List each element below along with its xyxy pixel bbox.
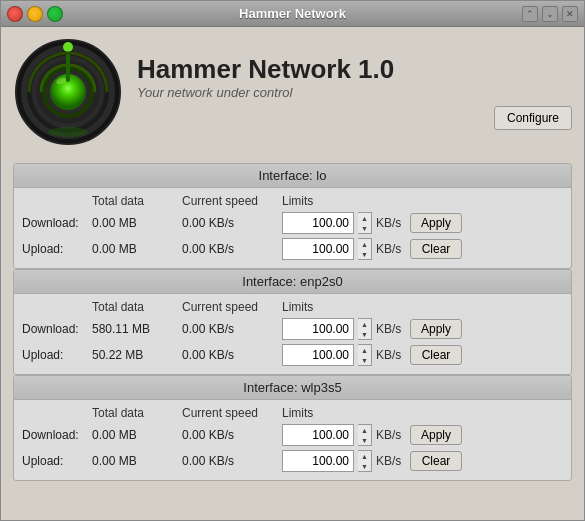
row-controls-0-1: ▲▼KB/sClear <box>282 238 563 260</box>
row-controls-0-0: ▲▼KB/sApply <box>282 212 563 234</box>
interface-table-0: Total dataCurrent speedLimitsDownload:0.… <box>14 188 571 268</box>
app-logo <box>13 37 123 147</box>
header-text-block: Hammer Network 1.0 Your network under co… <box>137 54 572 130</box>
spin-arrows-0-0: ▲▼ <box>358 212 372 234</box>
row-speed-1-0: 0.00 KB/s <box>182 322 282 336</box>
collapse-icon[interactable]: ⌃ <box>522 6 538 22</box>
col-header-1-0: Total data <box>92 300 182 314</box>
apply-button-2-0[interactable]: Apply <box>410 425 462 445</box>
row-speed-2-0: 0.00 KB/s <box>182 428 282 442</box>
titlebar-right-buttons: ⌃ ⌄ ✕ <box>522 6 578 22</box>
row-total-0-1: 0.00 MB <box>92 242 182 256</box>
row-speed-1-1: 0.00 KB/s <box>182 348 282 362</box>
interface-table-2: Total dataCurrent speedLimitsDownload:0.… <box>14 400 571 480</box>
limit-input-1-1[interactable] <box>282 344 354 366</box>
row-total-1-0: 580.11 MB <box>92 322 182 336</box>
col-header-0-2: Limits <box>282 194 563 208</box>
unit-label-1-0: KB/s <box>376 322 406 336</box>
expand-icon[interactable]: ⌄ <box>542 6 558 22</box>
spin-arrows-1-1: ▲▼ <box>358 344 372 366</box>
col-headers-1: Total dataCurrent speedLimits <box>22 298 563 316</box>
titlebar-left-buttons <box>7 6 63 22</box>
spin-down-2-0[interactable]: ▼ <box>358 435 371 445</box>
col-empty-0 <box>22 194 92 208</box>
minimize-button[interactable] <box>27 6 43 22</box>
unit-label-0-0: KB/s <box>376 216 406 230</box>
close2-icon[interactable]: ✕ <box>562 6 578 22</box>
interface-header-0: Interface: lo <box>14 164 571 188</box>
spin-down-1-0[interactable]: ▼ <box>358 329 371 339</box>
window-title: Hammer Network <box>63 6 522 21</box>
spin-down-1-1[interactable]: ▼ <box>358 355 371 365</box>
row-controls-1-0: ▲▼KB/sApply <box>282 318 563 340</box>
spin-up-1-0[interactable]: ▲ <box>358 319 371 329</box>
spin-arrows-2-0: ▲▼ <box>358 424 372 446</box>
col-empty-2 <box>22 406 92 420</box>
spin-up-2-1[interactable]: ▲ <box>358 451 371 461</box>
spin-down-0-1[interactable]: ▼ <box>358 249 371 259</box>
col-empty-1 <box>22 300 92 314</box>
row-label-1-0: Download: <box>22 322 92 336</box>
clear-button-1-1[interactable]: Clear <box>410 345 462 365</box>
row-controls-2-1: ▲▼KB/sClear <box>282 450 563 472</box>
app-tagline: Your network under control <box>137 85 572 100</box>
interface-header-1: Interface: enp2s0 <box>14 270 571 294</box>
col-header-1-2: Limits <box>282 300 563 314</box>
spin-down-2-1[interactable]: ▼ <box>358 461 371 471</box>
data-row-1-0: Download:580.11 MB0.00 KB/s▲▼KB/sApply <box>22 316 563 342</box>
clear-button-0-1[interactable]: Clear <box>410 239 462 259</box>
spin-down-0-0[interactable]: ▼ <box>358 223 371 233</box>
limit-input-1-0[interactable] <box>282 318 354 340</box>
row-label-2-1: Upload: <box>22 454 92 468</box>
limit-input-2-0[interactable] <box>282 424 354 446</box>
main-content: Hammer Network 1.0 Your network under co… <box>1 27 584 493</box>
row-label-1-1: Upload: <box>22 348 92 362</box>
row-label-0-1: Upload: <box>22 242 92 256</box>
col-header-0-0: Total data <box>92 194 182 208</box>
data-row-2-1: Upload:0.00 MB0.00 KB/s▲▼KB/sClear <box>22 448 563 474</box>
interface-section-2: Interface: wlp3s5Total dataCurrent speed… <box>13 375 572 481</box>
unit-label-2-0: KB/s <box>376 428 406 442</box>
unit-label-2-1: KB/s <box>376 454 406 468</box>
interface-section-1: Interface: enp2s0Total dataCurrent speed… <box>13 269 572 375</box>
col-headers-0: Total dataCurrent speedLimits <box>22 192 563 210</box>
row-controls-1-1: ▲▼KB/sClear <box>282 344 563 366</box>
spin-arrows-2-1: ▲▼ <box>358 450 372 472</box>
limit-input-2-1[interactable] <box>282 450 354 472</box>
row-label-0-0: Download: <box>22 216 92 230</box>
unit-label-1-1: KB/s <box>376 348 406 362</box>
limit-input-0-1[interactable] <box>282 238 354 260</box>
interface-section-0: Interface: loTotal dataCurrent speedLimi… <box>13 163 572 269</box>
row-label-2-0: Download: <box>22 428 92 442</box>
spin-up-2-0[interactable]: ▲ <box>358 425 371 435</box>
col-header-2-1: Current speed <box>182 406 282 420</box>
data-row-0-1: Upload:0.00 MB0.00 KB/s▲▼KB/sClear <box>22 236 563 262</box>
clear-button-2-1[interactable]: Clear <box>410 451 462 471</box>
col-header-2-2: Limits <box>282 406 563 420</box>
col-header-2-0: Total data <box>92 406 182 420</box>
spin-arrows-1-0: ▲▼ <box>358 318 372 340</box>
spin-arrows-0-1: ▲▼ <box>358 238 372 260</box>
main-window: Hammer Network ⌃ ⌄ ✕ <box>0 0 585 521</box>
row-speed-2-1: 0.00 KB/s <box>182 454 282 468</box>
svg-point-7 <box>48 127 88 137</box>
spin-up-0-1[interactable]: ▲ <box>358 239 371 249</box>
close-button[interactable] <box>7 6 23 22</box>
unit-label-0-1: KB/s <box>376 242 406 256</box>
row-controls-2-0: ▲▼KB/sApply <box>282 424 563 446</box>
col-header-0-1: Current speed <box>182 194 282 208</box>
svg-point-6 <box>63 42 73 52</box>
limit-input-0-0[interactable] <box>282 212 354 234</box>
col-header-1-1: Current speed <box>182 300 282 314</box>
row-total-1-1: 50.22 MB <box>92 348 182 362</box>
apply-button-0-0[interactable]: Apply <box>410 213 462 233</box>
spin-up-0-0[interactable]: ▲ <box>358 213 371 223</box>
maximize-button[interactable] <box>47 6 63 22</box>
data-row-1-1: Upload:50.22 MB0.00 KB/s▲▼KB/sClear <box>22 342 563 368</box>
interface-table-1: Total dataCurrent speedLimitsDownload:58… <box>14 294 571 374</box>
data-row-2-0: Download:0.00 MB0.00 KB/s▲▼KB/sApply <box>22 422 563 448</box>
configure-button[interactable]: Configure <box>494 106 572 130</box>
spin-up-1-1[interactable]: ▲ <box>358 345 371 355</box>
apply-button-1-0[interactable]: Apply <box>410 319 462 339</box>
interface-header-2: Interface: wlp3s5 <box>14 376 571 400</box>
